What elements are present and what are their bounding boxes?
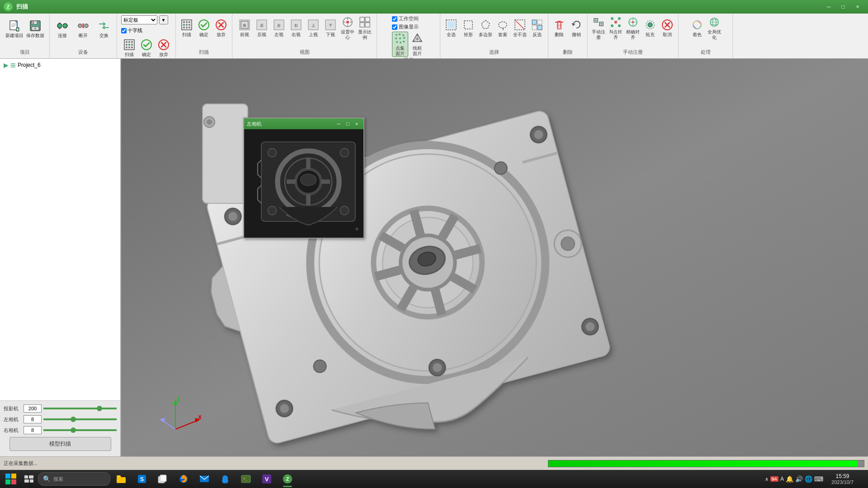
- fit-ratio-button[interactable]: 显示比例: [357, 15, 373, 41]
- disconnect-icon: [77, 19, 90, 32]
- volume-icon[interactable]: 🔊: [795, 475, 803, 483]
- new-project-button[interactable]: 新建项目: [5, 15, 24, 42]
- scan-mark-button[interactable]: 扫描: [121, 35, 137, 61]
- left-view-button[interactable]: 左 左视: [271, 15, 287, 41]
- keyboard-icon[interactable]: ⌨: [814, 475, 823, 483]
- expand-button[interactable]: 拓充: [642, 15, 658, 41]
- taskbar-app-explorer[interactable]: [111, 471, 131, 487]
- scan-button[interactable]: 扫描: [179, 15, 195, 41]
- abandon-scan-label: 放弃: [217, 32, 226, 38]
- precise-align-button[interactable]: 精确对齐: [625, 15, 641, 41]
- project-item[interactable]: ▶ ⊞ Project_6: [2, 61, 118, 70]
- close-button[interactable]: ×: [851, 2, 864, 11]
- poly-select-button[interactable]: 多边形: [477, 15, 494, 41]
- task-view-button[interactable]: [21, 471, 37, 487]
- svg-rect-190: [29, 475, 33, 479]
- taskbar-app-qq[interactable]: [215, 471, 235, 487]
- n-points-button[interactable]: N点对齐: [608, 15, 624, 41]
- camera-preview-close[interactable]: ×: [353, 120, 361, 127]
- point-cloud-button[interactable]: 点集面片: [392, 32, 408, 57]
- invert-select-button[interactable]: 反选: [529, 15, 545, 41]
- front-view-button[interactable]: 前 前视: [236, 15, 253, 41]
- image-display-checkbox-row: 图像显示: [392, 23, 425, 30]
- left-cam-row: 左相机: [4, 415, 117, 423]
- workspace-checkbox-row: 工作空间: [392, 15, 425, 22]
- taskbar-app-store[interactable]: S: [132, 471, 152, 487]
- disconnect-button[interactable]: 断开: [73, 15, 93, 42]
- scanboard-select[interactable]: 标定板 标定板2: [121, 15, 157, 24]
- maximize-button[interactable]: □: [836, 2, 850, 11]
- svg-rect-40: [183, 24, 185, 26]
- files-icon: [157, 474, 168, 484]
- system-clock[interactable]: 15:59 2023/10/7: [828, 473, 857, 485]
- minimize-button[interactable]: ─: [822, 2, 835, 11]
- manual-register-button[interactable]: 手动注册: [590, 15, 607, 41]
- delete-button[interactable]: 删除: [551, 15, 567, 41]
- projector-input[interactable]: [24, 404, 42, 413]
- svg-point-76: [395, 38, 397, 39]
- svg-point-90: [499, 22, 507, 28]
- camera-preview-minimize[interactable]: ─: [335, 120, 343, 127]
- deselect-all-icon: [514, 19, 526, 31]
- confirm-mark-button[interactable]: 确定: [138, 35, 155, 61]
- set-center-icon: [341, 16, 354, 28]
- model-scan-button[interactable]: 模型扫描: [9, 437, 111, 451]
- bottom-view-button[interactable]: 下 下视: [322, 15, 339, 41]
- back-view-button[interactable]: 后 后视: [254, 15, 270, 41]
- tray-up-arrow[interactable]: ∧: [765, 476, 769, 482]
- toolbar-section-display: 工作空间 图像显示: [377, 14, 440, 58]
- left-cam-slider[interactable]: [43, 418, 117, 420]
- input-method-icon[interactable]: A: [780, 476, 784, 482]
- right-view-button[interactable]: 右 右视: [288, 15, 304, 41]
- lasso-select-icon: [496, 19, 509, 31]
- confirm-scan-button[interactable]: 确定: [196, 15, 212, 41]
- taskbar-app-terminal[interactable]: >_: [236, 471, 256, 487]
- workspace-checkbox[interactable]: [392, 16, 397, 22]
- viewport[interactable]: 左相机 ─ □ ×: [121, 59, 868, 456]
- select-all-button[interactable]: 全选: [443, 15, 459, 41]
- undo-button[interactable]: 撤销: [568, 15, 585, 41]
- camera-preview-window[interactable]: 左相机 ─ □ ×: [243, 117, 364, 239]
- image-display-checkbox[interactable]: [392, 24, 397, 30]
- projector-slider[interactable]: [43, 408, 117, 409]
- cancel-align-button[interactable]: 取消: [659, 15, 675, 41]
- svg-point-32: [142, 40, 151, 50]
- taskbar-app-files[interactable]: [153, 471, 173, 487]
- show-desktop-button[interactable]: [859, 470, 866, 488]
- crosshair-checkbox[interactable]: [121, 28, 127, 33]
- svg-point-175: [268, 206, 276, 215]
- precise-align-icon: [627, 16, 639, 28]
- abandon-mark-button[interactable]: 放弃: [156, 35, 172, 61]
- global-opt-button[interactable]: 全局优化: [706, 15, 722, 41]
- camera-preview-maximize[interactable]: □: [344, 120, 352, 127]
- abandon-scan-button[interactable]: 放弃: [213, 15, 229, 41]
- taskbar-app-vs[interactable]: V: [257, 471, 277, 487]
- network-icon[interactable]: 🌐: [805, 475, 812, 483]
- taskbar-search[interactable]: 🔍 搜索: [38, 472, 110, 486]
- lasso-select-button[interactable]: 套索: [495, 15, 511, 41]
- select-section-label: 选择: [489, 49, 499, 56]
- toolbar-section-select: 全选 矩形 多边形: [440, 14, 548, 58]
- connect-button[interactable]: 连接: [52, 15, 72, 42]
- taskbar-app-firefox[interactable]: [174, 471, 193, 487]
- wireframe-button[interactable]: 线框面片: [409, 32, 425, 57]
- left-cam-input[interactable]: [24, 415, 42, 423]
- rectangle-select-button[interactable]: 矩形: [460, 15, 476, 41]
- status-bar: 正在采集数据...: [0, 456, 868, 470]
- confirm-scan-label: 确定: [199, 32, 208, 38]
- svg-point-80: [400, 42, 401, 43]
- start-button[interactable]: [2, 471, 20, 487]
- new-project-label: 新建项目: [5, 33, 24, 38]
- color-button[interactable]: 着色: [689, 15, 705, 41]
- taskbar-app-outlook[interactable]: [194, 471, 214, 487]
- notify-icon[interactable]: 🔔: [786, 475, 793, 483]
- right-cam-slider[interactable]: [43, 429, 117, 431]
- right-cam-input[interactable]: [24, 426, 42, 434]
- taskbar-app-scanner[interactable]: Z: [278, 471, 297, 487]
- scanboard-dropdown[interactable]: ▼: [159, 15, 168, 24]
- set-center-button[interactable]: 设置中心: [340, 15, 356, 41]
- deselect-all-button[interactable]: 全不选: [512, 15, 528, 41]
- exchange-button[interactable]: 交换: [94, 15, 114, 42]
- top-view-button[interactable]: 上 上视: [305, 15, 321, 41]
- save-data-button[interactable]: 保存数据: [25, 15, 45, 42]
